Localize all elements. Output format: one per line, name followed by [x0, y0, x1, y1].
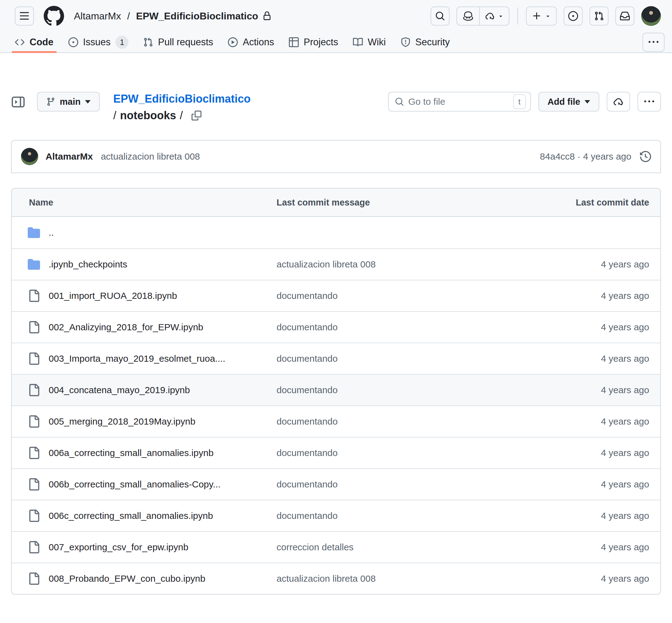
context-owner-link[interactable]: AltamarMx	[74, 10, 121, 22]
file-name-link[interactable]: 006b_correcting_small_anomalies-Copy...	[49, 479, 220, 489]
tab-issues[interactable]: Issues 1	[61, 32, 136, 52]
table-row[interactable]: 006a_correcting_small_anomalies.ipynb do…	[12, 437, 660, 468]
commit-date: 4 years ago	[583, 151, 631, 161]
file-icon	[28, 384, 40, 396]
go-to-file-input[interactable]	[408, 96, 509, 107]
branch-selector-button[interactable]: main	[37, 92, 100, 112]
plus-icon	[532, 11, 542, 21]
commit-message-cell: actualizacion libreta 008	[277, 259, 516, 270]
file-table-header: Name Last commit message Last commit dat…	[12, 188, 660, 217]
tab-security[interactable]: Security	[393, 32, 457, 52]
file-name-link[interactable]: ..	[49, 227, 54, 238]
create-new-dropdown[interactable]	[526, 6, 557, 26]
global-header: AltamarMx / EPW_EdificioBioclimatico	[0, 0, 672, 32]
row-commit-message-link[interactable]: actualizacion libreta 008	[277, 259, 376, 269]
row-commit-message-link[interactable]: documentando	[277, 322, 338, 332]
commit-date-cell: 4 years ago	[516, 416, 660, 427]
tab-overflow-button[interactable]	[642, 33, 665, 52]
folder-icon	[28, 227, 40, 239]
commit-message-cell: documentando	[277, 291, 516, 301]
code-dropdown-button[interactable]	[607, 92, 630, 112]
tab-code[interactable]: Code	[7, 32, 61, 52]
chevron-down-icon	[584, 100, 590, 103]
global-search-button[interactable]	[431, 6, 450, 26]
row-commit-message-link[interactable]: correccion detalles	[277, 542, 354, 552]
commit-date-cell: 4 years ago	[516, 385, 660, 395]
copy-path-button[interactable]	[191, 111, 202, 120]
your-pull-requests-button[interactable]	[589, 6, 609, 26]
commit-message-link[interactable]: actualizacion libreta 008	[101, 151, 200, 162]
file-name-link[interactable]: 004_concatena_mayo_2019.ipynb	[49, 385, 190, 395]
your-issues-button[interactable]	[563, 6, 583, 26]
breadcrumb-separator: /	[180, 109, 183, 123]
name-cell: 003_Importa_mayo_2019_esolmet_ruoa....	[12, 353, 277, 365]
commit-date-cell: 4 years ago	[516, 259, 660, 270]
file-icon	[28, 353, 40, 365]
table-row[interactable]: 003_Importa_mayo_2019_esolmet_ruoa.... d…	[12, 343, 660, 374]
file-name-link[interactable]: 002_Analizying_2018_for_EPW.ipynb	[49, 322, 203, 332]
git-branch-icon	[46, 97, 55, 106]
row-commit-message-link[interactable]: documentando	[277, 510, 338, 521]
table-row[interactable]: .ipynb_checkpoints actualizacion libreta…	[12, 248, 660, 280]
file-tree-toggle-button[interactable]	[11, 95, 25, 109]
table-row[interactable]: 007_exporting_csv_for_epw.ipynb correcci…	[12, 531, 660, 563]
commit-author-name[interactable]: AltamarMx	[45, 151, 93, 162]
more-options-button[interactable]	[638, 92, 661, 112]
file-name-link[interactable]: 008_Probando_EPW_con_cubo.ipynb	[49, 573, 206, 584]
commit-author-avatar[interactable]	[21, 148, 38, 165]
github-logo[interactable]	[44, 6, 64, 26]
name-cell: .ipynb_checkpoints	[12, 258, 277, 270]
current-branch-name: main	[60, 97, 81, 107]
table-row[interactable]: 002_Analizying_2018_for_EPW.ipynb docume…	[12, 311, 660, 343]
table-row[interactable]: 005_merging_2018_2019May.ipynb documenta…	[12, 406, 660, 437]
tab-wiki[interactable]: Wiki	[345, 32, 393, 52]
row-commit-message-link[interactable]: documentando	[277, 291, 338, 301]
file-name-link[interactable]: 001_import_RUOA_2018.ipynb	[49, 291, 177, 301]
tab-projects[interactable]: Projects	[281, 32, 345, 52]
commit-message-cell: actualizacion libreta 008	[277, 573, 516, 584]
chevron-down-icon	[498, 13, 504, 19]
tab-actions[interactable]: Actions	[220, 32, 281, 52]
context-repo-link[interactable]: EPW_EdificioBioclimatico	[136, 10, 258, 22]
copilot-chat-dropdown[interactable]	[479, 7, 509, 25]
history-button[interactable]	[640, 151, 651, 162]
table-row[interactable]: 001_import_RUOA_2018.ipynb documentando …	[12, 280, 660, 311]
commit-message-cell: documentando	[277, 322, 516, 332]
commit-sha-and-date[interactable]: 84a4cc8 · 4 years ago	[540, 151, 631, 162]
tab-label: Security	[416, 37, 450, 48]
name-cell: 001_import_RUOA_2018.ipynb	[12, 290, 277, 302]
tab-pull-requests[interactable]: Pull requests	[136, 32, 220, 52]
copilot-button[interactable]	[457, 7, 479, 25]
issues-counter-badge: 1	[116, 36, 128, 49]
add-file-button[interactable]: Add file	[538, 92, 599, 112]
table-row[interactable]: 006c_correcting_small_anomalies.ipynb do…	[12, 500, 660, 531]
user-avatar[interactable]	[641, 6, 661, 26]
table-row[interactable]: ..	[12, 217, 660, 248]
file-browser-actions: t Add file	[388, 92, 661, 112]
row-commit-message-link[interactable]: documentando	[277, 448, 338, 458]
file-name-link[interactable]: 007_exporting_csv_for_epw.ipynb	[49, 542, 188, 553]
row-commit-message-link[interactable]: documentando	[277, 479, 338, 489]
hamburger-menu-button[interactable]	[15, 6, 34, 26]
name-cell: 007_exporting_csv_for_epw.ipynb	[12, 541, 277, 553]
search-icon	[395, 97, 404, 106]
file-name-link[interactable]: 003_Importa_mayo_2019_esolmet_ruoa....	[49, 353, 225, 364]
table-row[interactable]: 006b_correcting_small_anomalies-Copy... …	[12, 468, 660, 500]
file-name-link[interactable]: 006c_correcting_small_anomalies.ipynb	[49, 510, 213, 521]
row-commit-message-link[interactable]: documentando	[277, 385, 338, 395]
row-commit-message-link[interactable]: documentando	[277, 353, 338, 363]
notifications-inbox-button[interactable]	[615, 6, 635, 26]
row-commit-message-link[interactable]: actualizacion libreta 008	[277, 573, 376, 584]
file-name-link[interactable]: 006a_correcting_small_anomalies.ipynb	[49, 448, 213, 458]
row-commit-message-link[interactable]: documentando	[277, 416, 338, 426]
table-row[interactable]: 008_Probando_EPW_con_cubo.ipynb actualiz…	[12, 563, 660, 594]
chevron-down-icon	[85, 100, 91, 103]
file-name-link[interactable]: .ipynb_checkpoints	[49, 259, 127, 270]
commit-message-cell: documentando	[277, 416, 516, 427]
copilot-button-group	[456, 6, 509, 26]
breadcrumb-repo-link[interactable]: EPW_EdificioBioclimatico	[113, 92, 251, 105]
tab-label: Projects	[304, 37, 338, 48]
column-header-date: Last commit date	[516, 198, 660, 208]
file-name-link[interactable]: 005_merging_2018_2019May.ipynb	[49, 416, 195, 427]
table-row[interactable]: 004_concatena_mayo_2019.ipynb documentan…	[12, 374, 660, 406]
